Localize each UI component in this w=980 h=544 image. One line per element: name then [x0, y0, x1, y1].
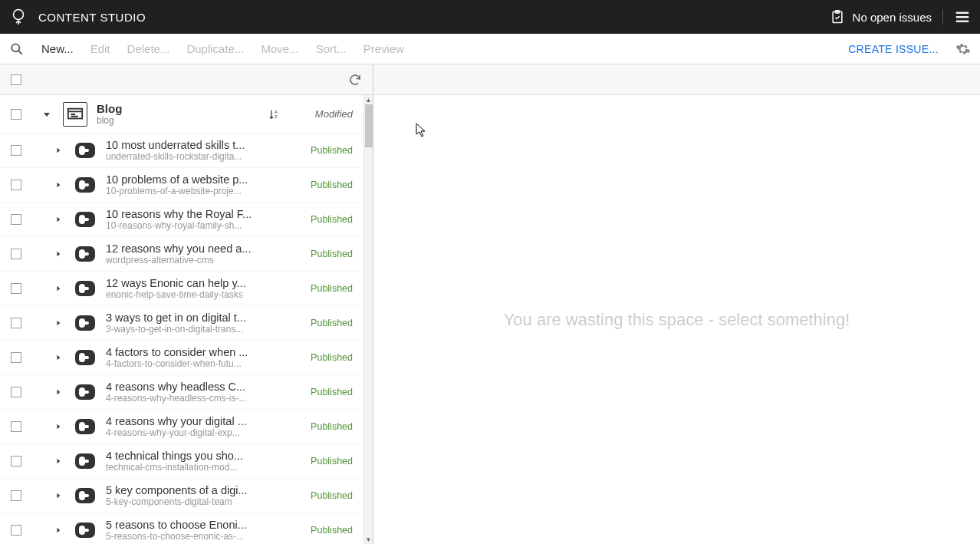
delete-button[interactable]: Delete...	[127, 42, 170, 55]
issues-button[interactable]: No open issues	[830, 9, 943, 25]
post-icon	[74, 521, 97, 539]
row-checkbox[interactable]	[11, 283, 21, 294]
collapse-caret-icon[interactable]	[43, 110, 52, 118]
expand-caret-icon[interactable]	[55, 251, 63, 257]
post-icon	[74, 210, 97, 229]
tree-root-row[interactable]: Blog blog A Z Modified	[0, 95, 363, 134]
clipboard-icon	[830, 9, 845, 25]
create-issue-button[interactable]: CREATE ISSUE...	[848, 43, 939, 55]
row-checkbox[interactable]	[11, 145, 21, 156]
row-status: Published	[307, 145, 353, 156]
scrollbar[interactable]: ▲ ▼	[363, 95, 373, 544]
row-title: 10 most underrated skills t...	[106, 139, 307, 151]
edit-button[interactable]: Edit	[90, 42, 110, 55]
row-status: Published	[307, 525, 353, 536]
row-path: enonic-help-save-time-daily-tasks	[106, 289, 307, 300]
tree-row[interactable]: 4 factors to consider when ... 4-factors…	[0, 341, 363, 375]
search-icon[interactable]	[9, 41, 25, 57]
row-checkbox[interactable]	[11, 387, 21, 397]
expand-caret-icon[interactable]	[55, 320, 63, 326]
preview-panel: You are wasting this space - select some…	[373, 64, 980, 544]
app-title: CONTENT STUDIO	[38, 11, 146, 24]
sort-alpha-icon[interactable]: A Z	[268, 108, 281, 120]
svg-rect-24	[82, 287, 89, 290]
expand-caret-icon[interactable]	[55, 493, 63, 499]
svg-rect-36	[82, 425, 89, 428]
post-icon	[74, 486, 97, 505]
row-checkbox[interactable]	[11, 214, 21, 225]
row-path: wordpress-alternative-cms	[106, 255, 307, 265]
tree-row[interactable]: 10 reasons why the Royal F... 10-reasons…	[0, 203, 363, 237]
expand-caret-icon[interactable]	[55, 458, 63, 464]
row-title: 10 problems of a website p...	[106, 173, 307, 186]
row-checkbox[interactable]	[11, 525, 21, 536]
menu-icon[interactable]	[954, 8, 971, 25]
row-status: Published	[307, 490, 353, 501]
row-path: 10-reasons-why-royal-family-sh...	[106, 220, 307, 231]
row-checkbox[interactable]	[11, 318, 21, 328]
svg-point-0	[14, 10, 24, 20]
scroll-thumb[interactable]	[365, 104, 373, 147]
row-title: 12 ways Enonic can help y...	[106, 277, 307, 289]
row-title: 12 reasons why you need a...	[106, 242, 307, 255]
svg-rect-30	[82, 356, 89, 359]
tree-row[interactable]: 12 reasons why you need a... wordpress-a…	[0, 237, 363, 272]
row-status: Published	[307, 318, 353, 328]
row-checkbox[interactable]	[11, 490, 21, 501]
tree-row[interactable]: 10 most underrated skills t... underrate…	[0, 134, 363, 168]
row-checkbox[interactable]	[11, 352, 21, 363]
row-title: Blog	[97, 102, 268, 115]
svg-point-6	[12, 44, 19, 51]
expand-caret-icon[interactable]	[55, 216, 63, 223]
tree-row[interactable]: 4 technical things you sho... technical-…	[0, 444, 363, 479]
refresh-icon[interactable]	[348, 73, 362, 87]
expand-caret-icon[interactable]	[55, 354, 63, 361]
content-tree-panel: Blog blog A Z Modified	[0, 64, 373, 544]
tree-row[interactable]: 4 reasons why headless C... 4-reasons-wh…	[0, 375, 363, 410]
row-status: Published	[307, 214, 353, 225]
expand-caret-icon[interactable]	[55, 285, 63, 292]
expand-caret-icon[interactable]	[55, 389, 63, 395]
brand-icon	[9, 8, 28, 26]
new-button[interactable]: New...	[41, 42, 74, 55]
expand-caret-icon[interactable]	[55, 527, 63, 533]
post-icon	[74, 383, 97, 401]
preview-toolbar	[373, 64, 980, 95]
select-all-checkbox[interactable]	[11, 74, 21, 85]
row-checkbox[interactable]	[11, 456, 21, 467]
preview-placeholder: You are wasting this space - select some…	[373, 95, 980, 544]
preview-button[interactable]: Preview	[363, 42, 404, 55]
row-checkbox[interactable]	[11, 180, 21, 190]
row-path: 4-factors-to-consider-when-futu...	[106, 358, 307, 369]
tree-row[interactable]: 3 ways to get in on digital t... 3-ways-…	[0, 306, 363, 341]
svg-rect-4	[956, 16, 969, 18]
tree-row[interactable]: 5 key components of a digi... 5-key-comp…	[0, 479, 363, 513]
row-path: 4-reasons-why-your-digital-exp...	[106, 427, 307, 438]
row-status: Published	[307, 456, 353, 467]
scroll-down-icon[interactable]: ▼	[364, 535, 373, 544]
expand-caret-icon[interactable]	[55, 147, 63, 153]
row-title: 10 reasons why the Royal F...	[106, 208, 307, 220]
row-checkbox[interactable]	[11, 109, 21, 120]
gear-icon[interactable]	[955, 41, 971, 57]
expand-caret-icon[interactable]	[55, 424, 63, 430]
row-status: Published	[307, 180, 353, 190]
post-icon	[74, 314, 97, 332]
tree-row[interactable]: 4 reasons why your digital ... 4-reasons…	[0, 410, 363, 444]
row-checkbox[interactable]	[11, 249, 21, 259]
scroll-up-icon[interactable]: ▲	[364, 95, 373, 104]
row-title: 3 ways to get in on digital t...	[106, 312, 307, 324]
row-checkbox[interactable]	[11, 421, 21, 432]
post-icon	[74, 245, 97, 263]
expand-caret-icon[interactable]	[55, 182, 63, 188]
tree-row[interactable]: 10 problems of a website p... 10-problem…	[0, 168, 363, 203]
tree-row[interactable]: 5 reasons to choose Enoni... 5-reasons-t…	[0, 513, 363, 544]
sort-button[interactable]: Sort...	[316, 42, 347, 55]
duplicate-button[interactable]: Duplicate...	[186, 42, 244, 55]
post-icon	[74, 279, 97, 298]
row-path: 3-ways-to-get-in-on-digital-trans...	[106, 324, 307, 335]
tree-row[interactable]: 12 ways Enonic can help y... enonic-help…	[0, 272, 363, 306]
row-title: 4 reasons why your digital ...	[106, 415, 307, 427]
move-button[interactable]: Move...	[261, 42, 298, 55]
row-path: 10-problems-of-a-website-proje...	[106, 186, 307, 196]
